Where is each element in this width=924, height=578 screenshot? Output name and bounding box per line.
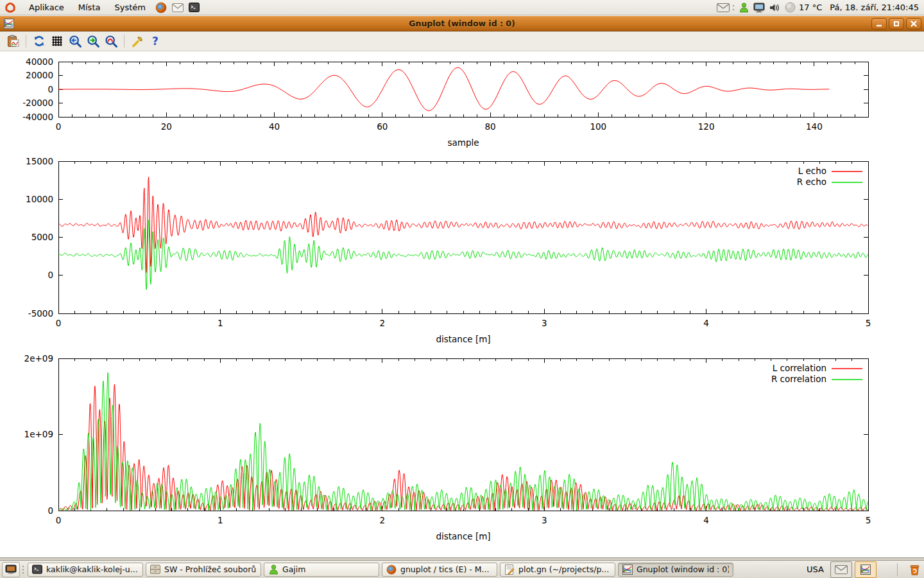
minimize-button[interactable] [871, 18, 887, 30]
mail-tray-button[interactable] [830, 561, 852, 578]
copy-to-clipboard-button[interactable] [4, 33, 21, 49]
svg-text:sample: sample [447, 137, 479, 148]
taskbar-item-label: Gajim [282, 565, 305, 574]
svg-text:40: 40 [269, 121, 280, 132]
svg-text:5: 5 [866, 318, 871, 328]
temperature: 17 °C [799, 3, 822, 12]
svg-text:0: 0 [56, 515, 62, 525]
volume-icon[interactable] [768, 1, 781, 14]
svg-text:15000: 15000 [26, 156, 53, 166]
firefox-launcher-icon[interactable] [155, 1, 167, 14]
gnuplot-toolbar: ? [0, 31, 924, 51]
svg-text:-5000: -5000 [28, 308, 53, 319]
svg-text:0: 0 [47, 84, 53, 94]
taskbar-item-label: gnuplot / tics (E) - M... [400, 565, 489, 574]
display-icon[interactable] [753, 1, 766, 14]
terminal-icon [32, 565, 42, 575]
svg-text:140: 140 [806, 121, 823, 132]
grid-button[interactable] [49, 33, 65, 49]
gnome-top-panel: Aplikace Místa Systém 17 °C Pá, 18. září… [0, 0, 924, 15]
taskbar: kaklik@kaklik-kolej-u...SW - Prohlížeč s… [28, 563, 736, 577]
menu-applications[interactable]: Aplikace [22, 0, 71, 15]
zoom-previous-button[interactable] [67, 33, 83, 49]
svg-text:?: ? [152, 35, 158, 48]
svg-text:20000: 20000 [26, 70, 53, 80]
taskbar-item-label: kaklik@kaklik-kolej-u... [46, 565, 138, 574]
trash-icon[interactable] [908, 563, 921, 576]
taskbar-item-terminal[interactable]: kaklik@kaklik-kolej-u... [28, 563, 143, 577]
bottom-tray: USA [807, 561, 922, 578]
weather-icon[interactable] [783, 1, 796, 14]
window-titlebar[interactable]: Gnuplot (window id : 0) [0, 16, 924, 31]
svg-text:2: 2 [380, 515, 386, 525]
taskbar-item-gnuplot[interactable]: Gnuplot (window id : 0) [618, 563, 733, 577]
toolbar-separator [124, 35, 124, 48]
ubuntu-menu-icon[interactable] [4, 1, 17, 14]
svg-text:L correlation: L correlation [773, 363, 826, 373]
desktop: Aplikace Místa Systém 17 °C Pá, 18. září… [0, 0, 924, 578]
svg-text:L echo: L echo [798, 166, 826, 176]
show-desktop-button[interactable] [2, 562, 20, 577]
taskbar-item-gajim[interactable]: Gajim [264, 563, 379, 577]
gajim-icon [268, 565, 278, 575]
mail-notification-icon[interactable] [717, 1, 730, 14]
menu-places[interactable]: Místa [71, 0, 108, 15]
gnuplot-icon [622, 565, 633, 575]
svg-text:40000: 40000 [26, 57, 53, 67]
panel-tray: 17 °C Pá, 18. září, 21:40:45 [715, 0, 924, 15]
svg-text:3: 3 [542, 318, 547, 328]
taskbar-item-filemanager[interactable]: SW - Prohlížeč souborů [146, 563, 261, 577]
svg-text:R echo: R echo [797, 177, 826, 187]
user-status-icon[interactable] [737, 1, 750, 14]
clock[interactable]: Pá, 18. září, 21:40:45 [830, 3, 919, 12]
options-button[interactable] [129, 33, 146, 49]
svg-text:5: 5 [866, 515, 871, 525]
taskbar-item-label: plot.gn (~/projects/p... [518, 565, 609, 574]
svg-text:R correlation: R correlation [771, 374, 826, 384]
taskbar-item-firefox[interactable]: gnuplot / tics (E) - M... [382, 563, 497, 577]
svg-text:5000: 5000 [31, 232, 53, 242]
taskbar-item-editor[interactable]: plot.gn (~/projects/p... [500, 563, 615, 577]
svg-text:4: 4 [703, 515, 709, 525]
gnome-bottom-panel: kaklik@kaklik-kolej-u...SW - Prohlížeč s… [0, 560, 924, 578]
svg-text:60: 60 [377, 121, 388, 132]
panel-handle[interactable] [21, 564, 26, 575]
svg-text:100: 100 [590, 121, 606, 132]
svg-text:1e+09: 1e+09 [24, 429, 53, 439]
taskbar-item-label: Gnuplot (window id : 0) [637, 565, 729, 574]
editor-icon [504, 565, 515, 575]
keyboard-layout-indicator[interactable]: USA [807, 565, 824, 574]
svg-text:0: 0 [47, 270, 53, 280]
svg-text:-20000: -20000 [22, 98, 53, 108]
svg-text:0: 0 [47, 505, 53, 516]
zoom-next-button[interactable] [85, 33, 101, 49]
tray-separator [897, 563, 898, 576]
toolbar-separator [26, 35, 26, 48]
refresh-button[interactable] [31, 33, 47, 49]
svg-text:1: 1 [218, 515, 223, 525]
mail-launcher-icon[interactable] [171, 1, 184, 14]
svg-text:3: 3 [542, 515, 547, 525]
maximize-button[interactable] [889, 18, 904, 30]
svg-text:1: 1 [218, 318, 223, 328]
chart-canvas[interactable]: 02040608010012014040000200000-20000-4000… [0, 51, 924, 557]
terminal-launcher-icon[interactable] [188, 1, 201, 14]
svg-text:20: 20 [161, 121, 172, 132]
svg-text:4: 4 [703, 318, 709, 328]
svg-text:2: 2 [380, 318, 386, 328]
svg-text:80: 80 [485, 121, 496, 132]
window-title: Gnuplot (window id : 0) [0, 16, 924, 31]
svg-text:-40000: -40000 [22, 112, 53, 122]
taskbar-item-label: SW - Prohlížeč souborů [164, 565, 256, 574]
filemanager-icon [150, 565, 160, 575]
svg-text:2e+09: 2e+09 [24, 353, 53, 363]
help-button[interactable]: ? [147, 33, 164, 49]
gnuplot-tray-button[interactable] [855, 561, 877, 578]
menu-system[interactable]: Systém [107, 0, 152, 15]
svg-text:0: 0 [56, 121, 62, 132]
autoscale-button[interactable] [103, 33, 119, 49]
svg-text:10000: 10000 [26, 194, 53, 204]
close-button[interactable] [906, 18, 921, 30]
svg-text:0: 0 [56, 318, 62, 328]
svg-text:distance [m]: distance [m] [436, 334, 490, 344]
